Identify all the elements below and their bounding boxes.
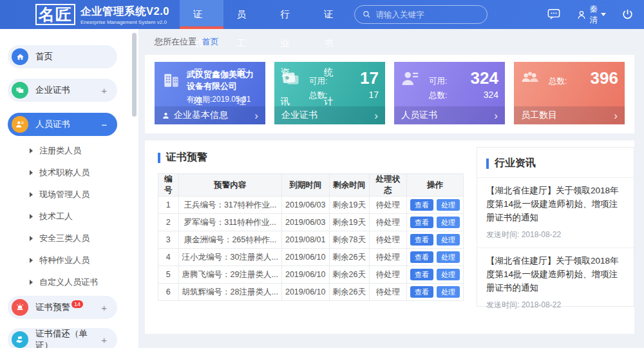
view-button[interactable]: 查看 [410, 199, 433, 211]
handle-button[interactable]: 处理 [437, 269, 460, 280]
news-item[interactable]: 【湖北省住建厅】关于领取2018年度第14批一级建造师初始、增项注册证书的通知 … [477, 177, 634, 247]
sidebar-item-label: 证书借还（单证） [35, 328, 101, 348]
user-name: 秦清 [590, 4, 598, 26]
total-label: 总数: [429, 90, 447, 101]
user-menu[interactable]: 秦清 [576, 4, 607, 26]
search-input[interactable] [376, 10, 479, 19]
sidebar-item-home[interactable]: 首页 [8, 45, 117, 68]
caret-right-icon [30, 148, 33, 153]
subitem-label: 技术职称人员 [39, 167, 90, 179]
cell-no: 2 [158, 214, 179, 231]
cell-no: 3 [158, 231, 179, 249]
cell-no: 1 [158, 197, 179, 214]
hand-certificate-icon [12, 331, 28, 348]
sidebar-subitem-technical-worker[interactable]: 技术工人 [0, 206, 138, 227]
company-card-footer[interactable]: 企业基本信息 › [155, 106, 265, 124]
app-subtitle: Eneerprise Management System v2.0 [80, 19, 169, 25]
expand-icon: + [101, 302, 107, 313]
total-value: 324 [484, 90, 498, 100]
sidebar-item-cert-alert[interactable]: 证书预警14 + [8, 296, 117, 319]
cell-remaining: 剩余26天 [329, 266, 369, 284]
sidebar-subitem-site-management[interactable]: 现场管理人员 [0, 184, 138, 206]
sidebar-item-personnel-cert[interactable]: 人员证书 − [8, 113, 117, 136]
tab-industry-news[interactable]: 行业资讯 [267, 0, 310, 29]
cell-no: 4 [158, 249, 179, 266]
table-header-row: 编号 预警内容 到期时间 剩余时间 处理状态 操作 [158, 174, 464, 197]
personnel-card-footer-label: 人员证书 [401, 110, 437, 121]
personnel-card-footer[interactable]: 人员证书 › [394, 106, 505, 124]
logo-mark: 名匠 [35, 4, 75, 25]
caret-right-icon [30, 192, 33, 197]
search-icon [363, 10, 371, 19]
enterprise-card-stats: 可用: 17 总数: 17 [309, 69, 379, 106]
table-row: 4 汪小龙编号：30注册类人... 2019/06/10 剩余26天 待处理 查… [158, 249, 464, 266]
header-actions: 秦清 [547, 4, 634, 26]
person-small-icon [162, 111, 170, 120]
handle-button[interactable]: 处理 [437, 286, 460, 298]
cell-status: 待处理 [369, 284, 406, 301]
view-button[interactable]: 查看 [410, 217, 433, 228]
sidebar-item-enterprise-cert[interactable]: 企业证书 + [8, 79, 117, 102]
employees-card-body: 总数: 396 [514, 62, 625, 106]
user-icon [576, 10, 587, 20]
cell-content: 唐腾飞编号：29注册类人... [178, 266, 281, 284]
handle-button[interactable]: 处理 [437, 217, 460, 228]
subitem-label: 现场管理人员 [39, 189, 90, 200]
company-info-card[interactable]: 武汉贸鑫伽美电力设备有限公司 有效期:2019.05.31 企业基本信息 › [155, 62, 265, 124]
cell-no: 6 [158, 284, 179, 301]
power-icon[interactable] [621, 8, 634, 21]
cell-due: 2019/06/10 [281, 266, 329, 284]
col-header-remaining: 剩余时间 [329, 174, 369, 197]
news-item[interactable]: 【湖北省住建厅】关于领取2018年度第14批一级建造师初始、增项注册证书的通知 … [477, 247, 634, 318]
cell-status: 待处理 [369, 214, 406, 231]
sidebar-scrollbar[interactable] [132, 33, 137, 117]
chevron-right-icon: › [494, 110, 498, 121]
view-button[interactable]: 查看 [410, 251, 433, 263]
industry-news-title: 行业资讯 [477, 148, 634, 177]
sidebar-subitem-technical-title[interactable]: 技术职称人员 [0, 162, 138, 184]
search-box[interactable] [354, 5, 488, 24]
personnel-cert-card[interactable]: 可用: 324 总数: 324 人员证书 › [394, 62, 505, 124]
section-title-text: 证书预警 [166, 151, 207, 164]
caret-right-icon [30, 280, 33, 285]
sidebar: 首页 企业证书 + 人员证书 − 注册类人员 技术职称人员 现场管理人员 技术工… [0, 29, 138, 348]
handle-button[interactable]: 处理 [437, 251, 460, 263]
message-icon[interactable] [547, 8, 561, 21]
caret-down-icon [601, 13, 606, 16]
sidebar-subitem-safety-three[interactable]: 安全三类人员 [0, 227, 138, 249]
caret-right-icon [30, 214, 33, 219]
sidebar-subitem-special-operation[interactable]: 特种作业人员 [0, 249, 138, 271]
cell-no: 5 [158, 266, 179, 284]
expand-icon: + [101, 334, 107, 345]
view-button[interactable]: 查看 [410, 269, 433, 280]
subitem-label: 注册类人员 [39, 145, 81, 157]
sidebar-subitem-custom-personnel[interactable]: 自定义人员证书 [0, 271, 138, 293]
cell-status: 待处理 [369, 249, 406, 266]
tab-cert-management[interactable]: 证书管理 [180, 0, 223, 29]
cert-alert-section: 证书预警 编号 预警内容 到期时间 剩余时间 处理状态 操作 1 王兵编号：31… [158, 151, 464, 301]
breadcrumb-home-link[interactable]: 首页 [202, 36, 219, 48]
building-icon [161, 69, 182, 106]
sidebar-item-cert-borrow[interactable]: 证书借还（单证） + [8, 328, 117, 348]
total-label: 总数: [549, 76, 567, 87]
handle-button[interactable]: 处理 [437, 234, 460, 246]
company-card-body: 武汉贸鑫伽美电力设备有限公司 有效期:2019.05.31 [155, 62, 265, 106]
home-icon [12, 48, 28, 65]
cell-remaining: 剩余26天 [329, 249, 369, 266]
chevron-right-icon: › [254, 110, 258, 121]
title-accent-bar [158, 153, 160, 163]
app-title: 企业管理系统V2.0 [80, 5, 169, 19]
employees-card[interactable]: 总数: 396 员工数目 › [514, 62, 625, 124]
sidebar-subitem-registered[interactable]: 注册类人员 [0, 140, 138, 162]
tab-cert-statistics[interactable]: 证书统计 [310, 0, 354, 29]
view-button[interactable]: 查看 [410, 234, 433, 246]
caret-right-icon [30, 258, 33, 263]
employees-card-footer[interactable]: 员工数目 › [514, 106, 625, 124]
handle-button[interactable]: 处理 [437, 199, 460, 211]
tab-employee-management[interactable]: 员工管理 [223, 0, 267, 29]
caret-right-icon [30, 236, 33, 241]
total-value: 396 [591, 69, 618, 88]
view-button[interactable]: 查看 [410, 286, 433, 298]
table-row: 1 王兵编号：317特种作业... 2019/06/03 剩余19天 待处理 查… [158, 197, 464, 214]
collapse-icon: − [101, 119, 107, 130]
